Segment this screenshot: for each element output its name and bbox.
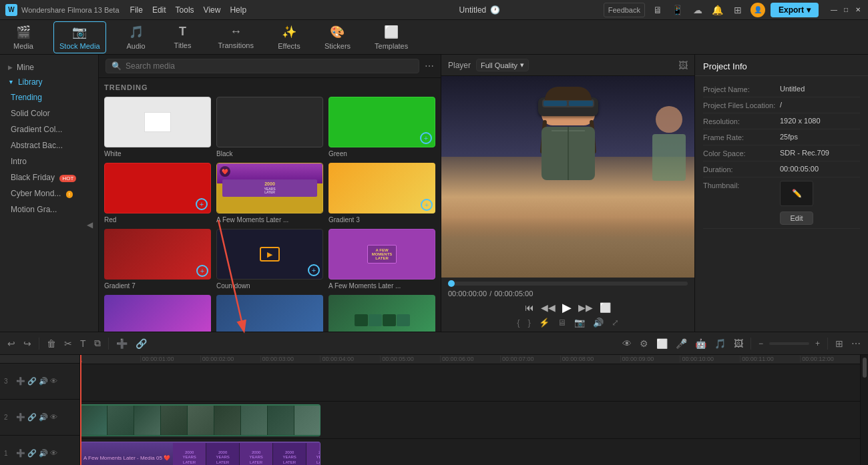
close-button[interactable]: ✕ bbox=[853, 5, 863, 15]
timeline-scrollbar[interactable] bbox=[860, 355, 868, 465]
bell-icon[interactable]: 🔔 bbox=[710, 3, 725, 17]
countdown-add-icon[interactable]: + bbox=[308, 264, 320, 276]
cut-button[interactable]: ✂ bbox=[62, 336, 74, 351]
sidebar-item-gradient-color[interactable]: Gradient Col... bbox=[0, 121, 98, 137]
settings-button[interactable]: ⋯ bbox=[849, 336, 863, 351]
redo-button[interactable]: ↪ bbox=[21, 336, 33, 351]
track-1-mute-icon[interactable]: 🔊 bbox=[39, 449, 48, 458]
zoom-in-button[interactable]: + bbox=[813, 337, 822, 350]
gradient3-add-icon[interactable]: + bbox=[421, 199, 433, 211]
thumbnail-preview[interactable]: ✏️ bbox=[780, 181, 813, 206]
track-1-overlay-clip[interactable]: A Few Moments Later - Media 05 ❤️ 2000YE… bbox=[80, 442, 320, 465]
track-1-eye-icon[interactable]: 👁 bbox=[50, 449, 57, 458]
menu-file[interactable]: File bbox=[130, 5, 143, 15]
track-2-video-clip[interactable] bbox=[80, 404, 320, 436]
track-2-add-icon[interactable]: ➕ bbox=[16, 413, 25, 422]
play-button[interactable]: ▶ bbox=[562, 300, 572, 315]
track-link-button[interactable]: 🔗 bbox=[134, 336, 149, 351]
toolbar-titles[interactable]: T Titles bbox=[166, 22, 200, 52]
delete-button[interactable]: 🗑 bbox=[45, 336, 58, 351]
add-media-icon[interactable]: 🖼 bbox=[732, 336, 745, 351]
toolbar-stickers[interactable]: 🎨 Stickers bbox=[319, 22, 356, 53]
cut-icon[interactable]: { bbox=[517, 318, 519, 328]
screenshot-icon[interactable]: 📷 bbox=[574, 318, 585, 328]
media-item-green[interactable]: + Green bbox=[329, 97, 435, 157]
rewind-button[interactable]: ⏮ bbox=[525, 302, 534, 313]
media-item-row2-3[interactable] bbox=[329, 295, 435, 332]
toolbar-media[interactable]: 🎬 Media bbox=[7, 22, 40, 53]
media-item-countdown[interactable]: ▶ + Countdown bbox=[216, 229, 323, 290]
media-item-black[interactable]: Black bbox=[216, 97, 323, 157]
track-2-eye-icon[interactable]: 👁 bbox=[50, 413, 57, 422]
auto-reframe-icon[interactable]: ⚙ bbox=[638, 336, 650, 351]
microphone-icon[interactable]: 🎤 bbox=[674, 336, 689, 351]
media-item-row2-1[interactable] bbox=[104, 295, 211, 332]
track-1-detach-icon[interactable]: 🔗 bbox=[27, 449, 37, 458]
pip-icon[interactable]: ⤢ bbox=[612, 318, 619, 328]
menu-tools[interactable]: Tools bbox=[176, 5, 194, 15]
toolbar-stock-media[interactable]: 📷 Stock Media bbox=[53, 21, 106, 53]
add-track-button[interactable]: ➕ bbox=[114, 336, 130, 351]
library-header[interactable]: ▼ Library bbox=[0, 75, 98, 89]
menu-help[interactable]: Help bbox=[230, 5, 246, 15]
media-item-gradient3[interactable]: + Gradient 3 bbox=[329, 163, 435, 223]
green-add-icon[interactable]: + bbox=[420, 132, 432, 144]
media-item-white[interactable]: White bbox=[104, 97, 211, 157]
zoom-out-button[interactable]: − bbox=[756, 337, 765, 350]
media-item-few-moments-later[interactable]: 2000 YEARS LATER ❤️ A Few Moments Later … bbox=[216, 163, 323, 223]
toolbar-transitions[interactable]: ↔ Transitions bbox=[213, 22, 259, 52]
menu-view[interactable]: View bbox=[204, 5, 221, 15]
screen-record-icon[interactable]: 🖥 bbox=[558, 318, 566, 328]
sidebar-item-trending[interactable]: Trending bbox=[0, 89, 98, 105]
mark-out-icon[interactable]: } bbox=[528, 318, 531, 328]
text-button[interactable]: T bbox=[78, 336, 88, 351]
crop-icon[interactable]: ⬜ bbox=[654, 336, 670, 351]
sidebar-item-black-friday[interactable]: Black Friday HOT bbox=[0, 169, 98, 185]
layout-button[interactable]: ⊞ bbox=[833, 336, 845, 351]
track-3-row[interactable] bbox=[80, 364, 860, 402]
sidebar-item-solid-color[interactable]: Solid Color bbox=[0, 105, 98, 121]
edit-button[interactable]: Edit bbox=[780, 211, 813, 225]
feedback-btn[interactable]: Feedback bbox=[604, 3, 645, 17]
track-3-mute-icon[interactable]: 🔊 bbox=[39, 377, 48, 386]
track-3-eye-icon[interactable]: 👁 bbox=[50, 377, 57, 386]
red-add-icon[interactable]: + bbox=[196, 198, 208, 210]
sidebar-collapse-btn[interactable]: ◀ bbox=[0, 217, 98, 232]
grid-icon[interactable]: ⊞ bbox=[730, 3, 745, 17]
more-options-icon[interactable]: ⋯ bbox=[425, 61, 434, 71]
split-icon[interactable]: ⚡ bbox=[539, 318, 550, 328]
sidebar-item-abstract-bg[interactable]: Abstract Bac... bbox=[0, 137, 98, 153]
quality-select[interactable]: Full Quality ▾ bbox=[476, 59, 529, 71]
menu-edit[interactable]: Edit bbox=[152, 5, 166, 15]
sidebar-item-motion-graphics[interactable]: Motion Gra... bbox=[0, 201, 98, 217]
player-settings-icon[interactable]: 🖼 bbox=[678, 60, 688, 71]
monitor-icon[interactable]: 🖥 bbox=[650, 3, 665, 17]
track-1-row[interactable]: A Few Moments Later - Media 05 ❤️ 2000YE… bbox=[80, 439, 860, 465]
minimize-button[interactable]: — bbox=[829, 5, 839, 15]
toolbar-audio[interactable]: 🎵 Audio bbox=[120, 22, 153, 53]
export-button[interactable]: Export ▾ bbox=[771, 3, 819, 17]
ai-icon[interactable]: 🤖 bbox=[693, 336, 708, 351]
track-3-detach-icon[interactable]: 🔗 bbox=[27, 377, 37, 386]
search-input[interactable] bbox=[126, 61, 413, 71]
media-item-red[interactable]: + Red bbox=[104, 163, 211, 223]
avatar[interactable]: 👤 bbox=[750, 3, 765, 17]
timeline-scrubber[interactable] bbox=[448, 282, 688, 286]
track-1-add-icon[interactable]: ➕ bbox=[16, 449, 25, 458]
step-forward-button[interactable]: ▶▶ bbox=[578, 302, 593, 313]
split-audio-icon[interactable]: 🎵 bbox=[712, 336, 728, 351]
media-item-few-moments-later2[interactable]: A FEW MOMENTS LATER A Few Moments Later … bbox=[329, 229, 435, 290]
phone-icon[interactable]: 📱 bbox=[670, 3, 685, 17]
gradient7-add-icon[interactable]: + bbox=[196, 265, 208, 277]
zoom-slider[interactable] bbox=[769, 342, 809, 345]
search-box[interactable]: 🔍 bbox=[105, 59, 419, 73]
track-2-row[interactable] bbox=[80, 402, 860, 439]
volume-icon[interactable]: 🔊 bbox=[593, 318, 604, 328]
sidebar-item-intro[interactable]: Intro bbox=[0, 153, 98, 169]
toolbar-templates[interactable]: ⬜ Templates bbox=[369, 22, 413, 53]
mine-header[interactable]: ▶ Mine bbox=[0, 60, 98, 75]
media-item-row2-2[interactable] bbox=[216, 295, 323, 332]
track-2-detach-icon[interactable]: 🔗 bbox=[27, 413, 37, 422]
fullscreen-button[interactable]: ⬜ bbox=[600, 302, 611, 313]
scrubber-dot[interactable] bbox=[448, 280, 455, 287]
